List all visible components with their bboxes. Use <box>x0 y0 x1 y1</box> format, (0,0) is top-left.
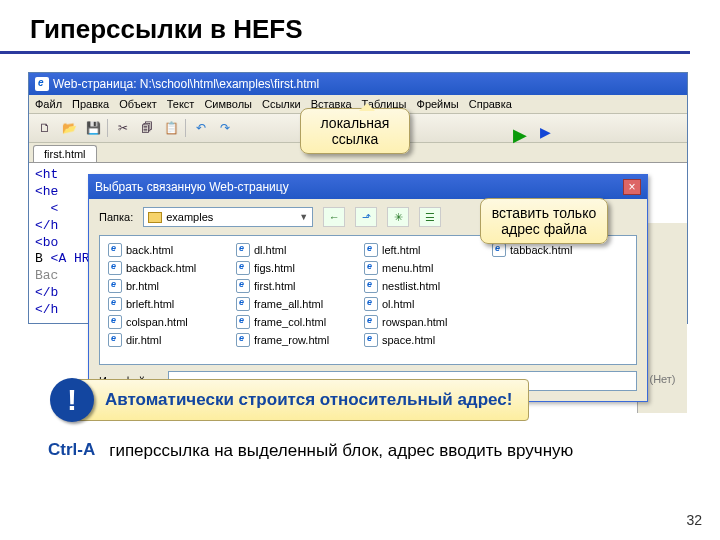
file-item[interactable]: frame_col.html <box>236 314 346 330</box>
redo-icon[interactable]: ↷ <box>215 118 235 138</box>
file-item[interactable]: colspan.html <box>108 314 218 330</box>
shortcut-hint: Ctrl-A гиперссылка на выделенный блок, а… <box>48 440 573 463</box>
folder-label: Папка: <box>99 211 133 223</box>
file-item[interactable]: nestlist.html <box>364 278 474 294</box>
html-file-icon <box>236 333 250 347</box>
dialog-titlebar: Выбрать связанную Web-страницу × <box>89 175 647 199</box>
menu-symbols[interactable]: Символы <box>204 98 252 110</box>
info-banner: ! Автоматически строится относительный а… <box>50 378 529 422</box>
menu-help[interactable]: Справка <box>469 98 512 110</box>
file-item[interactable]: backback.html <box>108 260 218 276</box>
file-item[interactable]: brleft.html <box>108 296 218 312</box>
file-item[interactable]: back.html <box>108 242 218 258</box>
play-icon[interactable]: ▶ <box>513 124 527 146</box>
tab-first[interactable]: first.html <box>33 145 97 162</box>
separator <box>107 119 109 137</box>
html-file-icon <box>364 315 378 329</box>
file-item[interactable]: space.html <box>364 332 474 348</box>
new-icon[interactable]: 🗋 <box>35 118 55 138</box>
copy-icon[interactable]: 🗐 <box>137 118 157 138</box>
slide-title: Гиперссылки в HEFS <box>0 0 690 54</box>
save-icon[interactable]: 💾 <box>83 118 103 138</box>
file-item[interactable]: left.html <box>364 242 474 258</box>
file-item[interactable]: figs.html <box>236 260 346 276</box>
open-icon[interactable]: 📂 <box>59 118 79 138</box>
shortcut-desc: гиперссылка на выделенный блок, адрес вв… <box>109 440 573 463</box>
html-file-icon <box>108 297 122 311</box>
shortcut-key: Ctrl-A <box>48 440 95 463</box>
callout-insert-path: вставить только адрес файла <box>480 198 608 244</box>
html-file-icon <box>108 279 122 293</box>
html-file-icon <box>364 279 378 293</box>
chevron-down-icon: ▼ <box>299 212 308 222</box>
menu-edit[interactable]: Правка <box>72 98 109 110</box>
html-file-icon <box>364 261 378 275</box>
file-item[interactable]: first.html <box>236 278 346 294</box>
newfolder-icon[interactable]: ✳ <box>387 207 409 227</box>
file-item[interactable]: menu.html <box>364 260 474 276</box>
separator <box>185 119 187 137</box>
paste-icon[interactable]: 📋 <box>161 118 181 138</box>
html-file-icon <box>236 315 250 329</box>
html-file-icon <box>364 333 378 347</box>
exclamation-icon: ! <box>50 378 94 422</box>
undo-icon[interactable]: ↶ <box>191 118 211 138</box>
html-file-icon <box>108 333 122 347</box>
callout-local-link: локальная ссылка <box>300 108 410 154</box>
file-item[interactable]: dl.html <box>236 242 346 258</box>
html-file-icon <box>364 297 378 311</box>
file-item[interactable]: frame_row.html <box>236 332 346 348</box>
file-item[interactable]: ol.html <box>364 296 474 312</box>
banner-text: Автоматически строится относительный адр… <box>74 379 529 421</box>
file-item[interactable]: dir.html <box>108 332 218 348</box>
dialog-title: Выбрать связанную Web-страницу <box>95 180 289 194</box>
titlebar: Web-страница: N:\school\html\examples\fi… <box>29 73 687 95</box>
menu-object[interactable]: Объект <box>119 98 156 110</box>
folder-icon <box>148 212 162 223</box>
html-file-icon <box>236 261 250 275</box>
html-file-icon <box>108 261 122 275</box>
cut-icon[interactable]: ✂ <box>113 118 133 138</box>
ie-icon <box>35 77 49 91</box>
menu-text[interactable]: Текст <box>167 98 195 110</box>
file-item[interactable]: br.html <box>108 278 218 294</box>
slide-number: 32 <box>686 512 702 528</box>
file-list[interactable]: back.htmlbackback.htmlbr.htmlbrleft.html… <box>99 235 637 365</box>
window-title: Web-страница: N:\school\html\examples\fi… <box>53 77 319 91</box>
file-item[interactable]: tabback.html <box>492 242 602 258</box>
format-icon[interactable]: ▶ <box>540 124 551 140</box>
html-file-icon <box>492 243 506 257</box>
close-icon[interactable]: × <box>623 179 641 195</box>
file-item[interactable]: rowspan.html <box>364 314 474 330</box>
back-icon[interactable]: ← <box>323 207 345 227</box>
folder-combo[interactable]: examples ▼ <box>143 207 313 227</box>
html-file-icon <box>236 279 250 293</box>
menu-frames[interactable]: Фреймы <box>417 98 459 110</box>
folder-name: examples <box>166 211 213 223</box>
up-icon[interactable]: ⬏ <box>355 207 377 227</box>
html-file-icon <box>236 297 250 311</box>
menu-file[interactable]: Файл <box>35 98 62 110</box>
file-item[interactable]: frame_all.html <box>236 296 346 312</box>
html-file-icon <box>108 243 122 257</box>
menu-links[interactable]: Ссылки <box>262 98 301 110</box>
html-file-icon <box>236 243 250 257</box>
viewmode-icon[interactable]: ☰ <box>419 207 441 227</box>
html-file-icon <box>108 315 122 329</box>
html-file-icon <box>364 243 378 257</box>
